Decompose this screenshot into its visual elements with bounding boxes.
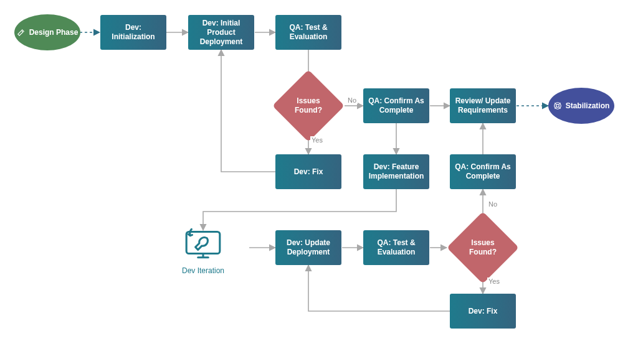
lifebuoy-icon (553, 101, 562, 110)
node-review-update-requirements: Review/ Update Requirements (450, 88, 516, 123)
decision-label: Issues Found? (469, 238, 497, 257)
node-label: QA: Test & Evaluation (367, 238, 426, 257)
node-label: QA: Confirm As Complete (367, 96, 426, 115)
terminator-design-phase: Design Phase (14, 14, 80, 50)
dev-iteration-block: Dev Iteration (175, 225, 231, 275)
edge-label-no-1: No (346, 96, 358, 104)
node-qa-confirm-complete-1: QA: Confirm As Complete (363, 88, 429, 123)
node-dev-initial-deployment: Dev: Initial Product Deployment (188, 15, 254, 50)
node-label: QA: Confirm As Complete (454, 162, 512, 181)
svg-point-1 (556, 105, 559, 108)
decision-issues-found-2: Issues Found? (447, 212, 519, 284)
node-dev-fix-1: Dev: Fix (275, 154, 341, 189)
decision-issues-found-1: Issues Found? (272, 70, 345, 142)
terminator-label: Stabilization (566, 101, 610, 110)
node-label: Dev: Fix (294, 167, 323, 177)
wrench-monitor-icon (183, 253, 224, 263)
node-qa-test-evaluation-2: QA: Test & Evaluation (363, 230, 429, 265)
terminator-stabilization: Stabilization (548, 88, 614, 124)
node-dev-feature-implementation: Dev: Feature Implementation (363, 154, 429, 189)
edge-label-yes-2: Yes (487, 278, 501, 285)
dev-iteration-label: Dev Iteration (175, 266, 231, 275)
node-dev-fix-2: Dev: Fix (450, 294, 516, 329)
node-label: Dev: Initial Product Deployment (192, 19, 250, 47)
node-qa-test-evaluation-1: QA: Test & Evaluation (275, 15, 341, 50)
edge-label-yes-1: Yes (310, 136, 324, 144)
node-dev-initialization: Dev: Initialization (100, 15, 166, 50)
node-label: Review/ Update Requirements (454, 96, 512, 115)
decision-label: Issues Found? (295, 96, 322, 115)
node-label: Dev: Update Deployment (279, 238, 338, 257)
flowchart-canvas: Design Phase Dev: Initialization Dev: In… (0, 0, 638, 364)
node-dev-update-deployment: Dev: Update Deployment (275, 230, 341, 265)
edge-label-no-2: No (487, 200, 498, 208)
node-label: Dev: Initialization (104, 23, 163, 42)
node-qa-confirm-complete-2: QA: Confirm As Complete (450, 154, 516, 189)
node-label: Dev: Feature Implementation (367, 162, 426, 181)
node-label: Dev: Fix (469, 307, 498, 316)
node-label: QA: Test & Evaluation (279, 23, 338, 42)
terminator-label: Design Phase (29, 28, 79, 37)
pencil-ruler-icon (17, 28, 26, 37)
